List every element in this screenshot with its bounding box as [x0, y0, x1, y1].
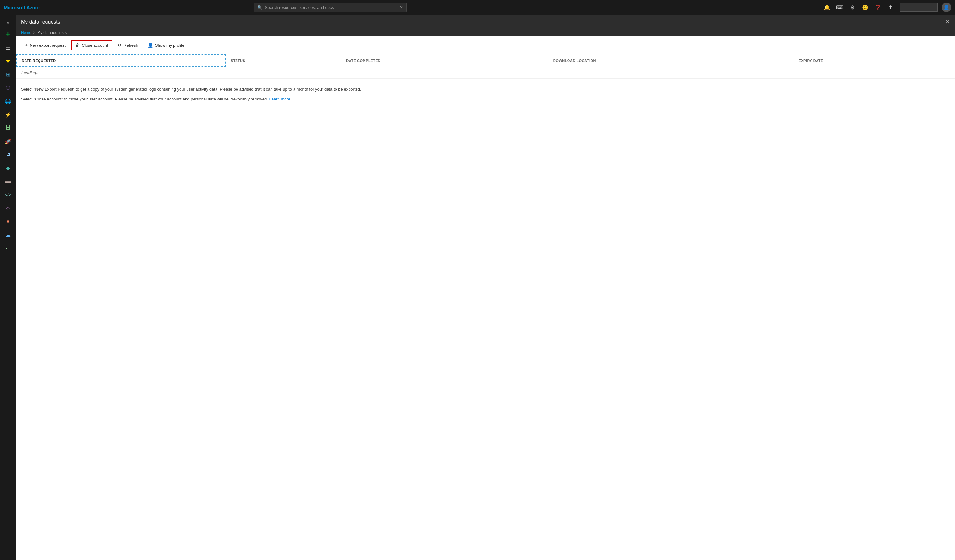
- trash-icon: 🗑: [75, 43, 80, 48]
- sidebar-item-create[interactable]: +: [2, 28, 14, 41]
- help-icon[interactable]: ❓: [873, 2, 883, 12]
- breadcrumb-current: My data requests: [37, 31, 67, 35]
- profile-icon: 👤: [148, 43, 153, 48]
- notifications-icon[interactable]: 🔔: [822, 2, 832, 12]
- toolbar: + New export request 🗑 Close account ↺ R…: [16, 36, 955, 55]
- search-icon: 🔍: [257, 5, 262, 10]
- breadcrumb: Home > My data requests: [16, 29, 955, 36]
- search-clear-icon[interactable]: ✕: [400, 5, 403, 9]
- azure-logo[interactable]: Microsoft Azure: [4, 5, 40, 10]
- main-layout: » + ☰ ★ ⊞ ⬡ 🌐 ⚡ 🗄 🚀 🖥 ◆: [0, 15, 955, 560]
- sidebar-item-security[interactable]: 🛡: [2, 242, 14, 254]
- sidebar-item-menu[interactable]: ☰: [2, 41, 14, 54]
- avatar[interactable]: 👤: [942, 3, 951, 12]
- sidebar-item-functions[interactable]: ⚡: [2, 108, 14, 121]
- col-download-location: DOWNLOAD LOCATION: [548, 55, 794, 67]
- database-icon: 🗄: [5, 125, 11, 131]
- table-header: DATE REQUESTED STATUS DATE COMPLETED DOW…: [16, 55, 955, 67]
- grid-icon: ⊞: [6, 72, 10, 78]
- settings-icon[interactable]: ⚙: [847, 2, 858, 12]
- learn-more-link[interactable]: Learn more.: [269, 97, 291, 101]
- sidebar-item-subscriptions[interactable]: 🌐: [2, 95, 14, 108]
- sidebar-item-storage[interactable]: ▬: [2, 175, 14, 188]
- feedback-icon[interactable]: 🙂: [860, 2, 870, 12]
- data-table: DATE REQUESTED STATUS DATE COMPLETED DOW…: [16, 55, 955, 78]
- sidebar-item-app-services[interactable]: 🚀: [2, 135, 14, 148]
- sidebar: » + ☰ ★ ⊞ ⬡ 🌐 ⚡ 🗄 🚀 🖥 ◆: [0, 15, 16, 560]
- panel-header: My data requests ✕: [16, 15, 955, 29]
- refresh-button[interactable]: ↺ Refresh: [114, 41, 142, 50]
- panel-close-btn[interactable]: ✕: [945, 19, 950, 25]
- sidebar-item-dashboard[interactable]: ⊞: [2, 68, 14, 81]
- info-section: Select "New Export Request" to get a cop…: [16, 78, 955, 114]
- share-icon[interactable]: ⬆: [886, 2, 896, 12]
- storage-icon: ▬: [5, 178, 11, 184]
- rocket-icon: 🚀: [5, 138, 11, 144]
- topbar: Microsoft Azure 🔍 ✕ 🔔 ⌨ ⚙ 🙂 ❓ ⬆ 👤: [0, 0, 955, 15]
- refresh-icon: ↺: [118, 43, 122, 48]
- sidebar-item-cloud-shell[interactable]: ☁: [2, 228, 14, 241]
- sidebar-item-api[interactable]: </>: [2, 188, 14, 201]
- monitor-icon: 🖥: [5, 152, 11, 158]
- shield-icon: 🛡: [5, 245, 11, 251]
- show-profile-label: Show my profile: [155, 43, 184, 48]
- search-bar: 🔍 ✕: [254, 3, 407, 12]
- sidebar-expand-btn[interactable]: »: [0, 17, 16, 27]
- api-icon: </>: [5, 192, 11, 197]
- table-row: Loading...: [16, 67, 955, 78]
- close-account-label: Close account: [82, 43, 108, 48]
- col-expiry-date: EXPIRY DATE: [793, 55, 955, 67]
- refresh-label: Refresh: [124, 43, 138, 48]
- menu-icon: ☰: [6, 45, 10, 51]
- globe-icon: 🌐: [5, 98, 11, 104]
- page-title: My data requests: [21, 19, 945, 25]
- cosmos-icon: ●: [6, 218, 9, 224]
- search-input[interactable]: [265, 5, 400, 10]
- col-status: STATUS: [225, 55, 341, 67]
- account-box[interactable]: [900, 3, 938, 12]
- sidebar-item-keyvaults[interactable]: ◇: [2, 201, 14, 214]
- sidebar-item-cosmos[interactable]: ●: [2, 215, 14, 228]
- table-body: Loading...: [16, 67, 955, 78]
- sidebar-item-resources[interactable]: ⬡: [2, 81, 14, 94]
- devops-icon: ◆: [6, 165, 10, 171]
- close-description-text: Select "Close Account" to close your use…: [21, 97, 268, 101]
- col-date-completed: DATE COMPLETED: [341, 55, 548, 67]
- sidebar-item-vms[interactable]: 🖥: [2, 148, 14, 161]
- close-description: Select "Close Account" to close your use…: [21, 96, 950, 103]
- loading-text: Loading...: [16, 67, 955, 78]
- export-description: Select "New Export Request" to get a cop…: [21, 86, 950, 93]
- new-export-label: New export request: [30, 43, 66, 48]
- cube-icon: ⬡: [6, 85, 10, 91]
- plus-icon: +: [6, 30, 10, 39]
- star-icon: ★: [5, 58, 11, 64]
- breadcrumb-sep: >: [33, 31, 35, 35]
- sidebar-item-sql[interactable]: 🗄: [2, 122, 14, 134]
- plus-btn-icon: +: [25, 43, 28, 48]
- content-area: My data requests ✕ Home > My data reques…: [16, 15, 955, 560]
- cloudshell-icon: ☁: [5, 232, 11, 238]
- page-content: + New export request 🗑 Close account ↺ R…: [16, 36, 955, 560]
- breadcrumb-home[interactable]: Home: [21, 31, 31, 35]
- col-date-requested: DATE REQUESTED: [16, 55, 225, 67]
- new-export-button[interactable]: + New export request: [21, 41, 70, 50]
- show-profile-button[interactable]: 👤 Show my profile: [144, 41, 188, 50]
- keyvault-icon: ◇: [6, 205, 10, 211]
- sidebar-item-favorites[interactable]: ★: [2, 55, 14, 67]
- close-account-button[interactable]: 🗑 Close account: [71, 40, 113, 50]
- sidebar-item-devops[interactable]: ◆: [2, 162, 14, 174]
- topbar-right: 🔔 ⌨ ⚙ 🙂 ❓ ⬆ 👤: [822, 2, 951, 12]
- bolt-icon: ⚡: [5, 112, 11, 118]
- cloud-shell-icon[interactable]: ⌨: [834, 2, 845, 12]
